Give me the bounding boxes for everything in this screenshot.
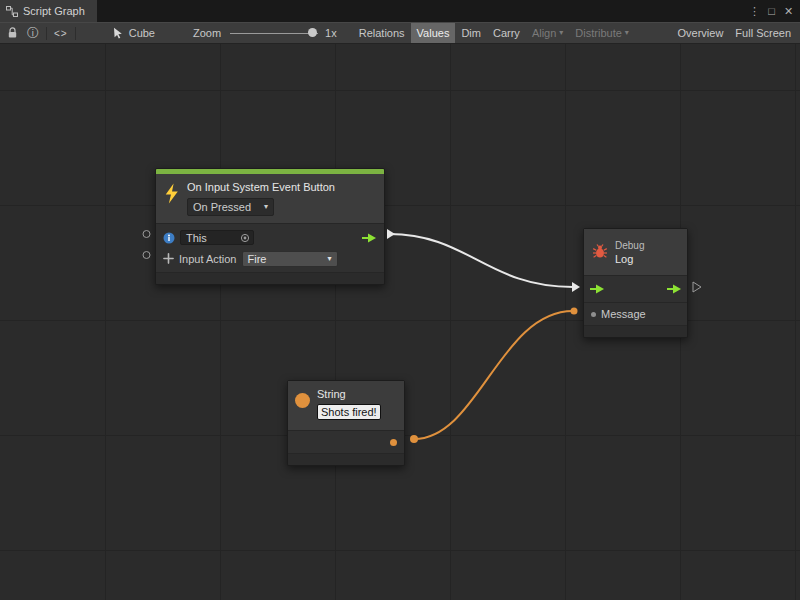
align-button[interactable]: Align ▾ xyxy=(526,23,569,43)
input-action-value: Fire xyxy=(248,253,267,265)
this-icon xyxy=(163,232,175,244)
maximize-icon[interactable]: □ xyxy=(763,0,780,22)
event-to-debug-wire[interactable] xyxy=(389,234,573,287)
titlebar: Script Graph ⋮ □ ✕ xyxy=(0,0,800,22)
dropdown-caret-icon: ▾ xyxy=(625,29,629,37)
wire-arrow-icon[interactable] xyxy=(572,282,580,292)
event-input-port-icon[interactable] xyxy=(143,231,150,238)
debug-log-node[interactable]: Debug Log xyxy=(583,228,688,338)
debug-node-header: Debug Log xyxy=(584,229,687,275)
distribute-button[interactable]: Distribute ▾ xyxy=(569,23,634,43)
lightning-icon xyxy=(163,183,180,204)
string-node-footer xyxy=(288,453,404,465)
object-picker-icon[interactable] xyxy=(240,233,250,243)
dropdown-caret-icon: ▾ xyxy=(559,29,563,37)
debug-flow-row xyxy=(584,276,687,302)
dropdown-caret-icon: ▾ xyxy=(264,203,268,211)
string-node-body xyxy=(288,430,404,453)
zoom-label: Zoom xyxy=(193,27,221,39)
window-menu-icon[interactable]: ⋮ xyxy=(746,0,763,22)
input-action-icon xyxy=(163,253,174,264)
cursor-icon xyxy=(113,27,123,39)
string-type-icon xyxy=(295,393,310,408)
event-node-title: On Input System Event Button xyxy=(187,180,335,195)
flow-terminal-icon[interactable] xyxy=(693,282,701,292)
info-icon[interactable]: ⓘ xyxy=(27,23,39,43)
event-node-body: This xyxy=(156,223,384,272)
this-field-value: This xyxy=(186,232,207,244)
tab-script-graph[interactable]: Script Graph xyxy=(0,0,97,22)
lock-icon[interactable] xyxy=(7,23,18,43)
wire-endpoint-dot[interactable] xyxy=(571,308,578,315)
distribute-button-label: Distribute xyxy=(575,27,621,39)
zoom-control: Zoom 1x xyxy=(193,23,337,43)
debug-node-header-text: Debug Log xyxy=(615,239,644,267)
bug-icon xyxy=(592,243,608,259)
string-node-title: String xyxy=(317,387,381,402)
event-state-dropdown[interactable]: On Pressed ▾ xyxy=(187,198,274,216)
values-button[interactable]: Values xyxy=(411,23,456,43)
toolbar-separator xyxy=(46,27,47,40)
flow-output-port[interactable] xyxy=(361,233,377,243)
tab-title: Script Graph xyxy=(23,5,85,17)
zoom-value: 1x xyxy=(325,27,337,39)
close-icon[interactable]: ✕ xyxy=(780,0,797,22)
debug-node-body: Message xyxy=(584,275,687,325)
this-port-row: This xyxy=(156,227,384,248)
flow-output-port[interactable] xyxy=(666,284,682,294)
input-action-label: Input Action xyxy=(179,253,237,265)
event-state-value: On Pressed xyxy=(193,201,251,213)
input-action-dropdown[interactable]: Fire ▾ xyxy=(242,251,338,267)
event-input-port-icon[interactable] xyxy=(143,252,150,259)
dim-button[interactable]: Dim xyxy=(455,23,487,43)
carry-button[interactable]: Carry xyxy=(487,23,526,43)
debug-node-category: Debug xyxy=(615,239,644,252)
this-object-field[interactable]: This xyxy=(180,230,254,245)
zoom-slider[interactable] xyxy=(230,23,318,43)
titlebar-spacer xyxy=(97,0,746,22)
event-node[interactable]: On Input System Event Button On Pressed … xyxy=(155,168,385,285)
toolbar-view-buttons: Relations Values Dim Carry Align ▾ Distr… xyxy=(353,22,800,44)
toolbar: ⓘ <> Cube Zoom 1x Relations Values xyxy=(0,22,800,44)
wire-endpoint-dot[interactable] xyxy=(410,435,418,443)
string-node-header-text: String xyxy=(317,387,381,420)
full-screen-button[interactable]: Full Screen xyxy=(729,23,797,43)
event-node-header-text: On Input System Event Button On Pressed … xyxy=(187,180,335,216)
message-port-row: Message xyxy=(584,302,687,325)
align-button-label: Align xyxy=(532,27,556,39)
string-node-header: String xyxy=(288,381,404,430)
event-node-footer xyxy=(156,272,384,284)
wire-arrow-icon[interactable] xyxy=(387,229,395,239)
code-icon[interactable]: <> xyxy=(54,23,68,43)
unity-visual-scripting-window: Script Graph ⋮ □ ✕ ⓘ <> xyxy=(0,0,800,600)
debug-node-title: Log xyxy=(615,252,644,267)
string-output-port[interactable] xyxy=(390,439,397,446)
zoom-slider-knob[interactable] xyxy=(308,28,317,37)
string-value-input[interactable] xyxy=(317,404,381,420)
event-node-header: On Input System Event Button On Pressed … xyxy=(156,174,384,223)
zoom-slider-track[interactable] xyxy=(230,33,318,34)
input-action-row: Input Action Fire ▾ xyxy=(156,248,384,269)
debug-node-footer xyxy=(584,325,687,337)
graph-canvas[interactable]: On Input System Event Button On Pressed … xyxy=(0,44,800,600)
flow-input-port[interactable] xyxy=(589,284,605,294)
window-controls: ⋮ □ ✕ xyxy=(746,0,800,22)
string-node[interactable]: String xyxy=(287,380,405,466)
edit-target[interactable]: Cube xyxy=(113,27,155,39)
graph-icon xyxy=(6,6,18,17)
message-label: Message xyxy=(601,308,646,320)
relations-button[interactable]: Relations xyxy=(353,23,411,43)
toolbar-separator xyxy=(75,27,76,40)
dropdown-caret-icon: ▾ xyxy=(327,255,331,263)
string-to-debug-wire[interactable] xyxy=(414,311,573,439)
message-input-port[interactable] xyxy=(591,312,596,317)
string-output-row xyxy=(288,431,404,453)
edit-target-label: Cube xyxy=(129,27,155,39)
overview-button[interactable]: Overview xyxy=(672,23,730,43)
